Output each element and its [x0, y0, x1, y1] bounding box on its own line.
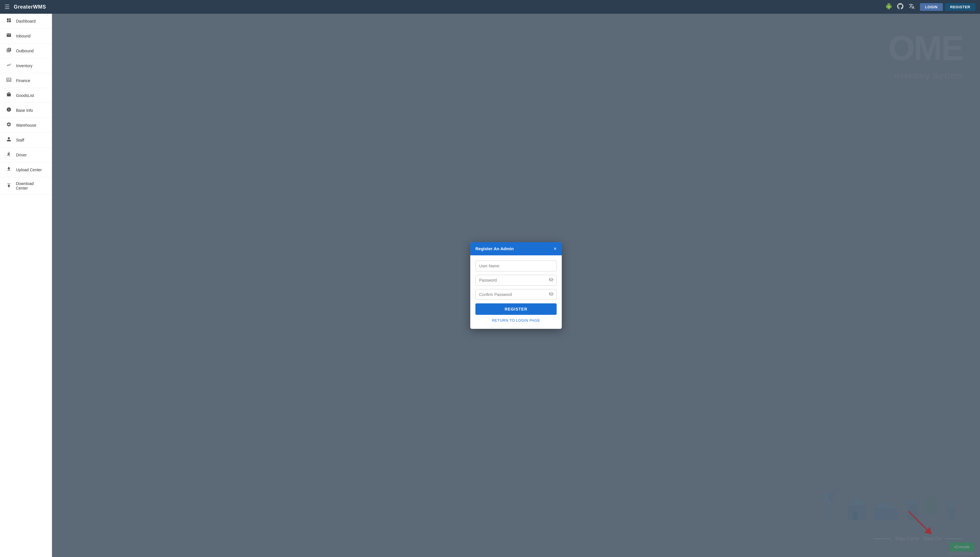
sidebar-item-label: Upload Center [16, 168, 42, 172]
modal-header: Register An Admin × [470, 242, 562, 255]
sidebar-item-label: Driver [16, 153, 27, 157]
sidebar-item-downloadcenter[interactable]: Download Center [0, 177, 52, 195]
modal-body: REGISTER RETURN TO LOGIN PAGE [470, 255, 562, 329]
sidebar-item-label: GoodsList [16, 93, 34, 98]
password-input[interactable] [475, 275, 557, 286]
sidebar-item-goodslist[interactable]: GoodsList [0, 88, 52, 103]
sidebar-item-outbound[interactable]: Outbound [0, 44, 52, 58]
modal-register-button[interactable]: REGISTER [475, 303, 557, 315]
sidebar-item-label: Inbound [16, 34, 31, 38]
sidebar-item-uploadcenter[interactable]: Upload Center [0, 163, 52, 177]
android-icon[interactable] [886, 3, 892, 11]
github-icon[interactable] [897, 3, 904, 11]
password-wrap [475, 275, 557, 286]
download-icon [6, 183, 12, 189]
finance-icon [6, 77, 12, 84]
sidebar-item-label: Dashboard [16, 19, 36, 23]
sidebar-item-driver[interactable]: Driver [0, 148, 52, 163]
upload-icon [6, 166, 12, 173]
sidebar-item-label: Inventory [16, 64, 33, 68]
sidebar-item-label: Download Center [16, 181, 46, 191]
sidebar-item-label: Base Info [16, 108, 33, 112]
sidebar-item-label: Outbound [16, 49, 34, 53]
sidebar-item-baseinfo[interactable]: Base Info [0, 103, 52, 118]
confirm-password-wrap [475, 289, 557, 300]
confirm-password-input[interactable] [475, 289, 557, 300]
sidebar-item-staff[interactable]: Staff [0, 133, 52, 148]
confirm-password-eye-icon[interactable] [549, 292, 554, 298]
password-eye-icon[interactable] [549, 277, 554, 283]
sidebar-item-finance[interactable]: Finance [0, 73, 52, 88]
inbound-icon [6, 33, 12, 39]
goodslist-icon [6, 92, 12, 99]
sidebar-item-inventory[interactable]: Inventory [0, 58, 52, 73]
sidebar-item-label: Finance [16, 78, 30, 83]
sidebar-item-dashboard[interactable]: Dashboard [0, 14, 52, 29]
layout: Dashboard Inbound Outbound Inventory Fin… [0, 14, 980, 557]
login-button[interactable]: LOGIN [920, 3, 943, 11]
baseinfo-icon [6, 107, 12, 114]
return-to-login-link[interactable]: RETURN TO LOGIN PAGE [475, 318, 557, 322]
topbar: ☰ GreaterWMS LOGIN REGISTER [0, 0, 980, 14]
translate-icon[interactable] [908, 3, 915, 11]
sidebar-item-label: Warehouse [16, 123, 36, 127]
main-content: OME nventory System [52, 14, 980, 557]
staff-icon [6, 137, 12, 143]
sidebar-item-label: Staff [16, 138, 24, 142]
modal-overlay: Register An Admin × [52, 14, 980, 557]
username-wrap [475, 261, 557, 271]
outbound-icon [6, 47, 12, 54]
username-input[interactable] [475, 261, 557, 271]
modal-close-button[interactable]: × [553, 246, 557, 251]
background: OME nventory System [52, 14, 980, 557]
sidebar-item-inbound[interactable]: Inbound [0, 29, 52, 44]
sidebar: Dashboard Inbound Outbound Inventory Fin… [0, 14, 52, 557]
sidebar-item-warehouse[interactable]: Warehouse [0, 118, 52, 133]
dashboard-icon [6, 18, 12, 24]
modal-title: Register An Admin [475, 246, 514, 251]
warehouse-icon [6, 122, 12, 129]
driver-icon [6, 151, 12, 158]
app-title: GreaterWMS [14, 4, 886, 10]
topbar-icons [886, 3, 915, 11]
inventory-icon [6, 62, 12, 69]
menu-icon[interactable]: ☰ [5, 3, 10, 10]
register-button[interactable]: REGISTER [945, 3, 975, 11]
register-modal: Register An Admin × [470, 242, 562, 329]
